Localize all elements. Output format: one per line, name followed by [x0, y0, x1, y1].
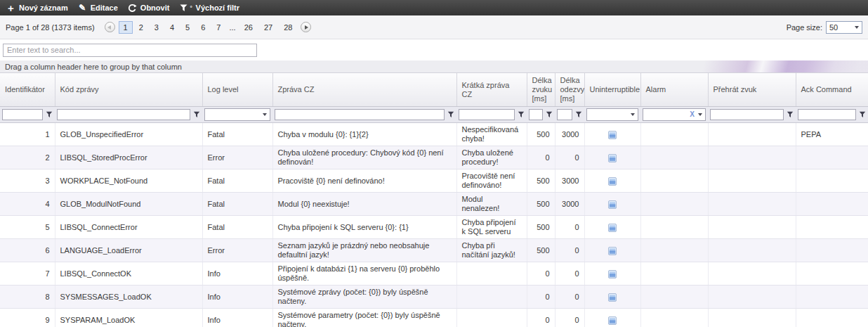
- cell-sound: 0: [527, 286, 555, 309]
- filter-funnel-icon: [46, 111, 53, 118]
- checkbox-checked-icon[interactable]: [608, 200, 617, 209]
- cell-play: [708, 146, 796, 169]
- cell-code: WORKPLACE_NotFound: [55, 169, 202, 193]
- filter-input-short[interactable]: [459, 109, 515, 120]
- filter-menu-button[interactable]: [545, 111, 553, 119]
- cell-short: [456, 262, 527, 286]
- table-row[interactable]: 5LIBSQL_ConnectErrorFatalChyba připojení…: [0, 216, 868, 239]
- filter-cell-ack: [796, 107, 868, 123]
- column-header-short[interactable]: Krátká zpráva CZ: [456, 73, 527, 107]
- next-page-button[interactable]: [301, 22, 311, 32]
- column-header-message[interactable]: Zpráva CZ: [272, 73, 456, 107]
- search-input[interactable]: [3, 44, 257, 57]
- filter-input-sound[interactable]: [529, 109, 543, 120]
- checkbox-checked-icon[interactable]: [608, 131, 617, 139]
- column-header-label: Identifikátor: [5, 85, 45, 94]
- cell-short: Pracoviště není definováno!: [456, 169, 527, 193]
- prev-page-button[interactable]: [105, 22, 115, 32]
- filter-menu-button[interactable]: [574, 111, 582, 119]
- filter-input-play[interactable]: [710, 109, 784, 120]
- page-number-27[interactable]: 27: [259, 21, 277, 34]
- clear-filter-icon[interactable]: X: [690, 111, 695, 118]
- checkbox-checked-icon[interactable]: [608, 247, 617, 255]
- search-bar: [0, 39, 868, 60]
- column-header-sound[interactable]: Délka zvuku [ms]: [527, 73, 555, 107]
- cell-ack: [796, 193, 868, 216]
- new-record-button[interactable]: + Nový záznam: [3, 2, 74, 14]
- filter-menu-button[interactable]: [45, 111, 53, 119]
- filter-menu-button[interactable]: [447, 111, 454, 119]
- filter-degree-mark: °: [190, 5, 192, 11]
- checkbox-checked-icon[interactable]: [608, 293, 617, 302]
- refresh-button[interactable]: Obnovit: [124, 2, 176, 14]
- page-number-6[interactable]: 6: [196, 21, 210, 34]
- page-number-26[interactable]: 26: [239, 21, 258, 34]
- filter-menu-button[interactable]: [517, 111, 525, 119]
- filter-funnel-icon: [546, 111, 553, 118]
- page-number-7[interactable]: 7: [211, 21, 225, 34]
- cell-level: Fatal: [202, 169, 272, 193]
- default-filter-button[interactable]: ° Výchozí filtr: [176, 2, 246, 14]
- theme-swoosh-decoration: [615, 60, 868, 72]
- chevron-down-icon: [698, 113, 702, 116]
- page-number-5[interactable]: 5: [180, 21, 195, 34]
- cell-sound: 500: [527, 169, 555, 193]
- page-number-4[interactable]: 4: [165, 21, 179, 34]
- cell-response: 0: [555, 146, 584, 169]
- table-row[interactable]: 7LIBSQL_ConnectOKInfoPřipojení k databáz…: [0, 262, 868, 286]
- filter-input-code[interactable]: [57, 109, 190, 120]
- cell-uninterruptible: [584, 216, 640, 239]
- filter-combo-level[interactable]: [204, 108, 270, 121]
- filter-funnel-icon: [787, 111, 794, 118]
- column-header-play[interactable]: Přehrát zvuk: [708, 73, 796, 107]
- column-header-id[interactable]: Identifikátor: [0, 73, 55, 107]
- chevron-right-icon: [305, 25, 308, 30]
- table-row[interactable]: 4GLOB_ModulNotFoundFatalModul {0} neexis…: [0, 193, 868, 216]
- column-header-response[interactable]: Délka odezvy [ms]: [555, 73, 584, 107]
- page-number-2[interactable]: 2: [134, 21, 148, 34]
- page-size-select[interactable]: 50: [826, 21, 862, 34]
- column-header-ack[interactable]: Ack Command: [796, 73, 868, 107]
- group-panel-text: Drag a column header here to group by th…: [5, 63, 182, 71]
- cell-uninterruptible: [584, 146, 640, 169]
- checkbox-checked-icon[interactable]: [608, 270, 617, 278]
- table-row[interactable]: 9SYSPARAM_LoadOKInfoSystémové parametry …: [0, 309, 868, 327]
- page-number-28[interactable]: 28: [279, 21, 297, 34]
- filter-menu-button[interactable]: [786, 111, 794, 119]
- table-row[interactable]: 6LANGUAGE_LoadErrorErrorSeznam jazyků je…: [0, 239, 868, 262]
- filter-funnel-icon: [859, 111, 866, 118]
- filter-combo-alarm[interactable]: X: [643, 108, 706, 121]
- filter-input-id[interactable]: [2, 109, 43, 120]
- table-row[interactable]: 8SYSMESSAGES_LoadOKInfoSystémové zprávy …: [0, 286, 868, 309]
- checkbox-checked-icon[interactable]: [608, 154, 617, 162]
- filter-menu-button[interactable]: [858, 111, 866, 119]
- filter-input-response[interactable]: [557, 109, 572, 120]
- page-number-3[interactable]: 3: [150, 21, 164, 34]
- filter-funnel-icon: [193, 111, 200, 118]
- cell-ack: [796, 309, 868, 327]
- cell-uninterruptible: [584, 309, 640, 327]
- filter-cell-response: [555, 107, 584, 123]
- table-row[interactable]: 1GLOB_UnspecifiedErrorFatalChyba v modul…: [0, 123, 868, 146]
- page-number-1[interactable]: 1: [119, 21, 133, 34]
- column-header-uninterruptible[interactable]: Uninterruptible: [584, 73, 640, 107]
- edit-button[interactable]: ✎ Editace: [74, 2, 124, 14]
- checkbox-checked-icon[interactable]: [608, 316, 617, 325]
- checkbox-checked-icon[interactable]: [608, 224, 617, 232]
- filter-combo-uninterruptible[interactable]: [586, 108, 638, 121]
- table-row[interactable]: 3WORKPLACE_NotFoundFatalPracoviště {0} n…: [0, 169, 868, 193]
- pager-pages: 1234567...262728: [118, 21, 298, 34]
- cell-alarm: [640, 216, 708, 239]
- filter-input-message[interactable]: [275, 109, 445, 120]
- filter-input-ack[interactable]: [798, 109, 856, 120]
- column-header-level[interactable]: Log level: [202, 73, 272, 107]
- checkbox-checked-icon[interactable]: [608, 177, 617, 186]
- cell-level: Error: [202, 239, 272, 262]
- filter-menu-button[interactable]: [192, 111, 200, 119]
- column-header-alarm[interactable]: Alarm: [640, 73, 708, 107]
- column-header-code[interactable]: Kód zprávy: [55, 73, 202, 107]
- pencil-icon: ✎: [78, 4, 87, 13]
- filter-funnel-icon: [518, 111, 525, 118]
- table-row[interactable]: 2LIBSQL_StoredProcErrorErrorChyba uložen…: [0, 146, 868, 169]
- cell-ack: PEPA: [796, 123, 868, 146]
